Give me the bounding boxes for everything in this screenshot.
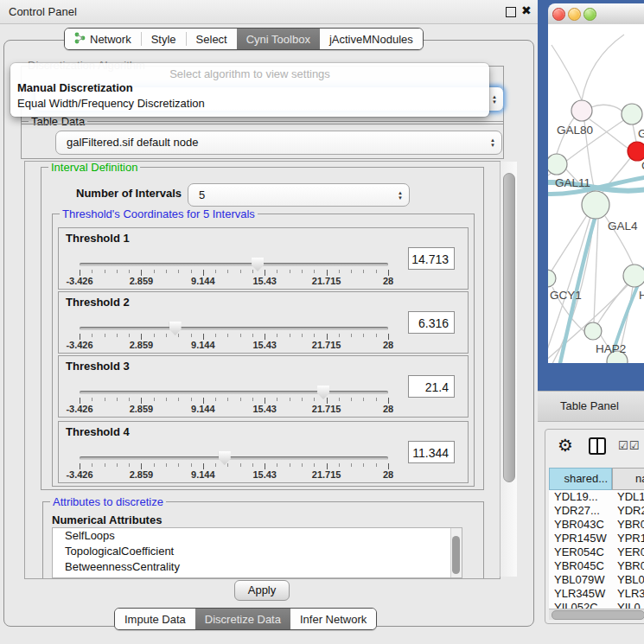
panel-scrollbar-thumb[interactable] [503,173,515,482]
slider-tick [265,398,265,404]
slider-tick [277,463,277,467]
slider-track[interactable] [80,456,388,460]
slider-tick [240,334,241,337]
slider-track[interactable] [80,327,388,330]
slider-tick-label: 15.43 [242,276,287,286]
slider-tick [129,334,130,337]
network-node[interactable] [548,270,556,287]
num-intervals-spinner[interactable]: 5 ▲▼ [188,183,410,207]
slider-tick [376,270,377,273]
tab-jactivemnodules[interactable]: jActiveMNodules [320,29,423,49]
table-row[interactable]: YIL052CYIL0 [549,601,644,609]
network-canvas[interactable]: GAL80GCGAL11GAL4GCY1HHAP2 [548,24,644,363]
slider-tick [105,334,105,337]
network-node-label: GAL4 [608,220,638,233]
table-h-scrollbar-thumb[interactable] [552,610,644,620]
network-node[interactable] [584,322,602,340]
table-row[interactable]: YPR145WYPR1 [549,532,644,545]
tab-label: Network [90,33,131,46]
apply-button[interactable]: Apply [234,580,290,601]
attributes-list[interactable]: SelfLoopsTopologicalCoefficientBetweenne… [52,527,462,578]
tab-discretize-data[interactable]: Discretize Data [195,609,290,629]
attribute-list-item[interactable]: BetweennessCentrality [53,559,462,575]
network-edge [633,124,636,142]
slider-thumb[interactable] [252,258,264,271]
tab-network[interactable]: Network [65,29,141,49]
network-node-label: GAL80 [557,124,593,137]
list-scrollbar-thumb[interactable] [452,536,460,574]
tab-infer-network[interactable]: Infer Network [290,609,376,629]
table-row[interactable]: YLR345WYLR3 [549,587,644,601]
slider-tick-label: 2.859 [118,276,163,286]
gear-icon[interactable]: ⚙ [558,435,573,456]
slider-tick [252,398,253,401]
spinner-arrows-icon: ▲▼ [398,184,403,206]
table-row[interactable]: YBR043CYBR0 [549,518,644,532]
tab-label: Select [196,33,227,46]
close-traffic-light[interactable] [552,8,565,21]
select-columns-icon[interactable]: ☑☑ [618,439,640,452]
slider-track[interactable] [80,391,388,394]
tab-impute-data[interactable]: Impute Data [115,609,195,629]
threshold-value-field[interactable]: 14.713 [408,247,455,270]
threshold-value-field[interactable]: 6.316 [408,311,455,334]
attribute-list-item[interactable]: TopologicalCoefficient [53,544,462,559]
slider-tick-label: -3.426 [57,276,102,286]
table-cell: YLR345W [549,587,612,601]
table-column-header-2[interactable]: na [612,468,644,490]
slider-tick [227,463,228,467]
table-data-combobox[interactable]: galFiltered.sif default node ▲▼ [55,131,502,155]
slider-tick [227,398,228,401]
tab-select[interactable]: Select [187,29,237,49]
slider-thumb[interactable] [219,451,231,465]
table-row[interactable]: YDL19...YDL1 [549,490,644,504]
table-row[interactable]: YBR045CYBR0 [549,559,644,573]
num-intervals-value: 5 [199,188,205,201]
network-node[interactable] [571,100,592,121]
table-cell: YER054C [549,545,612,559]
network-edge [591,105,622,112]
slider-tick-label: 2.859 [118,404,163,414]
popup-item-1[interactable]: Manual Discretization [17,81,133,94]
float-icon[interactable] [506,7,516,17]
network-node[interactable] [622,104,642,124]
threshold-value-field[interactable]: 21.4 [408,375,455,398]
slider-thumb[interactable] [169,322,182,335]
slider-tick-label: 28 [366,340,411,350]
tab-cyni-toolbox[interactable]: Cyni Toolbox [237,29,320,49]
slider-thumb[interactable] [317,386,329,399]
network-node[interactable] [623,265,644,287]
slider-tick [339,270,340,273]
table-cell: YDL1 [612,490,644,504]
interval-definition-group: Interval Definition Number of Intervals … [41,167,484,490]
network-node[interactable] [628,142,644,161]
slider-track[interactable] [80,263,388,266]
close-icon[interactable]: ✖ [521,3,532,17]
threshold-value-field[interactable]: 11.344 [408,441,455,463]
combo-arrows-icon: ▲▼ [492,87,497,111]
slider-tick [388,398,389,404]
table-h-scrollbar[interactable] [549,609,644,620]
table-cell: YBR045C [549,559,612,573]
table-cell: YIL0 [612,601,641,609]
slider-tick-label: -3.426 [57,404,102,414]
tab-style[interactable]: Style [142,29,186,49]
slider-tick [327,334,328,340]
combo-arrows-icon: ▲▼ [490,131,495,154]
network-node[interactable] [548,154,567,175]
panel-scrollbar[interactable] [500,162,517,577]
popup-item-2[interactable]: Equal Width/Frequency Discretization [17,97,205,110]
list-scrollbar[interactable] [450,528,462,577]
slider-tick [339,334,340,337]
table-row[interactable]: YDR27...YDR2 [549,504,644,518]
network-node[interactable] [582,191,609,219]
table-row[interactable]: YBL079WYBL0 [549,573,644,587]
table-row[interactable]: YER054CYER0 [549,545,644,559]
minimize-traffic-light[interactable] [568,8,581,21]
column-layout-icon[interactable] [589,437,606,458]
slider-tick [277,398,277,401]
tab-label: jActiveMNodules [329,33,413,46]
attribute-list-item[interactable]: SelfLoops [53,528,462,544]
table-column-header-1[interactable]: shared... [549,468,612,490]
zoom-traffic-light[interactable] [583,8,596,21]
